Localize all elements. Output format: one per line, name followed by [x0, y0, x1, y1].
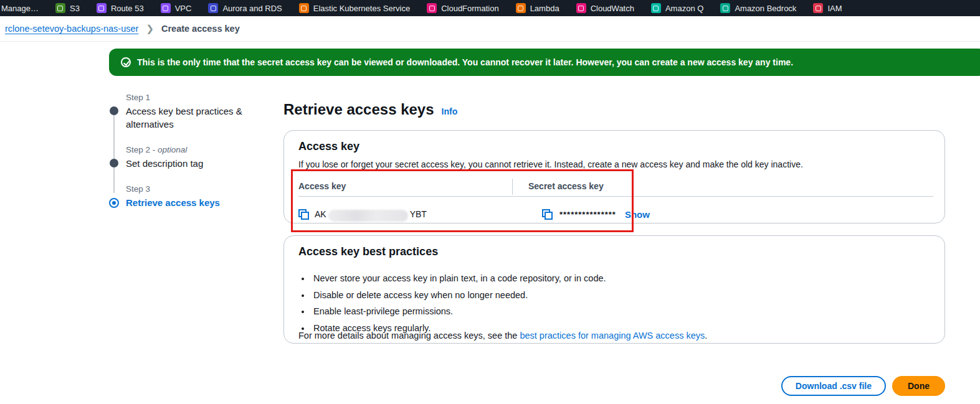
redacted-blur	[328, 210, 408, 222]
service-icon	[516, 3, 526, 13]
breadcrumb-chevron-icon: ❯	[146, 23, 154, 34]
download-csv-button[interactable]: Download .csv file	[781, 376, 886, 396]
service-label: Amazon Bedrock	[735, 4, 796, 13]
service-icon	[299, 3, 309, 13]
access-key-card: Access key If you lose or forget your se…	[283, 130, 945, 223]
step-label: Step 2 - optional	[126, 144, 265, 156]
favorites-bar-item[interactable]: CloudFormation	[427, 3, 499, 13]
favorites-bar-item[interactable]: CloudWatch	[576, 3, 634, 13]
footer-actions: Download .csv file Done	[283, 376, 945, 396]
wizard-step[interactable]: Step 3 Retrieve access keys	[110, 183, 265, 209]
best-practices-card: Access key best practices Never store yo…	[283, 235, 945, 344]
step-circle-icon	[110, 159, 118, 167]
info-link[interactable]: Info	[442, 106, 458, 116]
page-header: Retrieve access keys Info	[283, 101, 457, 118]
best-practices-footer: For more details about managing access k…	[298, 331, 707, 341]
wizard-step[interactable]: Step 2 - optional Set description tag	[110, 144, 265, 170]
column-header-access-key: Access key	[298, 181, 346, 191]
access-key-row: AKYBT *************** Show	[298, 204, 933, 224]
service-icon	[97, 3, 107, 13]
best-practice-item: Enable least-privilege permissions.	[311, 305, 606, 317]
service-icon	[720, 3, 730, 13]
favorites-bar: Manage… S3 Route 53 VPC Aurora and RDS E…	[0, 0, 980, 16]
favorites-bar-item[interactable]: Manage…	[1, 4, 39, 13]
service-label: Manage…	[1, 4, 39, 13]
table-header-rule	[298, 196, 933, 197]
service-label: IAM	[827, 4, 842, 13]
done-button[interactable]: Done	[892, 376, 945, 396]
best-practices-link[interactable]: best practices for managing AWS access k…	[520, 331, 705, 341]
service-label: S3	[70, 4, 80, 13]
service-icon	[813, 3, 823, 13]
best-practice-item: Disable or delete access key when no lon…	[311, 289, 606, 301]
service-label: Route 53	[111, 4, 144, 13]
service-icon	[576, 3, 586, 13]
favorites-bar-item[interactable]: Amazon Q	[651, 3, 703, 13]
access-key-card-title: Access key	[298, 140, 359, 153]
favorites-bar-item[interactable]: Aurora and RDS	[208, 3, 282, 13]
breadcrumb-user-link[interactable]: rclone-setevoy-backups-nas-user	[5, 24, 138, 34]
service-icon	[161, 3, 171, 13]
service-label: Lambda	[530, 4, 559, 13]
best-practice-item: Never store your access key in plain tex…	[311, 272, 606, 284]
access-key-card-description: If you lose or forget your secret access…	[298, 159, 803, 169]
step-label: Step 1	[126, 92, 265, 103]
success-banner: This is the only time that the secret ac…	[109, 49, 980, 76]
service-label: Amazon Q	[665, 4, 703, 13]
service-label: CloudFormation	[441, 4, 499, 13]
column-divider	[512, 179, 513, 195]
page-title: Retrieve access keys	[283, 101, 434, 118]
secret-key-masked: ***************	[559, 210, 616, 219]
step-circle-icon	[109, 198, 119, 208]
service-label: CloudWatch	[591, 4, 634, 13]
wizard-steps: Step 1 Access key best practices & alter…	[110, 92, 265, 222]
best-practices-list: Never store your access key in plain tex…	[311, 272, 606, 338]
service-label: Aurora and RDS	[222, 4, 282, 13]
favorites-bar-item[interactable]: IAM	[813, 3, 842, 13]
service-label: VPC	[175, 4, 192, 13]
service-icon	[208, 3, 218, 13]
favorites-bar-item[interactable]: S3	[55, 3, 80, 13]
success-check-icon	[121, 57, 131, 67]
service-icon	[651, 3, 661, 13]
service-icon	[427, 3, 437, 13]
favorites-bar-item[interactable]: Route 53	[97, 3, 144, 13]
favorites-bar-item[interactable]: VPC	[161, 3, 192, 13]
secret-key-cell: *************** Show	[542, 209, 650, 220]
best-practices-title: Access key best practices	[298, 245, 438, 258]
step-title[interactable]: Access key best practices & alternatives	[126, 105, 265, 131]
favorites-bar-item[interactable]: Elastic Kubernetes Service	[299, 3, 410, 13]
step-circle-icon	[110, 106, 118, 115]
copy-secret-key-icon[interactable]	[542, 209, 553, 220]
breadcrumb: rclone-setevoy-backups-nas-user ❯ Create…	[0, 16, 980, 42]
success-banner-text: This is the only time that the secret ac…	[137, 57, 793, 67]
show-secret-link[interactable]: Show	[625, 209, 650, 220]
service-icon	[55, 3, 65, 13]
favorites-bar-item[interactable]: Lambda	[516, 3, 559, 13]
favorites-bar-item[interactable]: Amazon Bedrock	[720, 3, 796, 13]
step-label: Step 3	[126, 183, 265, 195]
column-header-secret-key: Secret access key	[528, 181, 604, 191]
breadcrumb-current: Create access key	[161, 24, 240, 34]
step-title[interactable]: Retrieve access keys	[126, 196, 265, 209]
access-key-value: AKYBT	[315, 209, 427, 220]
wizard-step[interactable]: Step 1 Access key best practices & alter…	[110, 92, 265, 131]
copy-access-key-icon[interactable]	[298, 209, 309, 220]
service-label: Elastic Kubernetes Service	[313, 4, 410, 13]
step-title[interactable]: Set description tag	[126, 157, 265, 170]
